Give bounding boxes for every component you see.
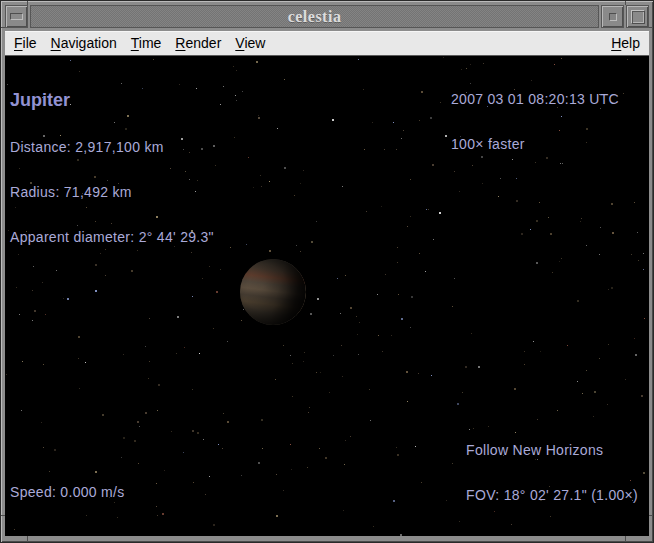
menu-render-label: R <box>175 35 185 51</box>
hud-selection-info: Jupiter Distance: 2,917,100 km Radius: 7… <box>10 60 214 275</box>
planet-jupiter[interactable] <box>240 259 306 325</box>
menu-render-label-rest: ender <box>185 35 221 51</box>
selection-distance: Distance: 2,917,100 km <box>10 140 214 155</box>
menu-help-label: H <box>611 35 621 51</box>
menu-view[interactable]: View <box>228 33 272 54</box>
selection-name: Jupiter <box>10 90 214 110</box>
follow-mode: Follow New Horizons <box>466 443 638 458</box>
hud-time-info: 2007 03 01 08:20:13 UTC 100× faster <box>451 62 619 182</box>
iconify-button[interactable] <box>5 5 28 28</box>
space-view[interactable]: Jupiter Distance: 2,917,100 km Radius: 7… <box>5 56 649 536</box>
menu-time-label-rest: ime <box>139 35 162 51</box>
frame-notch <box>1 27 5 28</box>
menu-time-label: T <box>131 35 139 51</box>
hud-speed: Speed: 0.000 m/s <box>10 455 125 530</box>
frame-notch <box>1 515 5 516</box>
menu-navigation[interactable]: Navigation <box>44 33 124 54</box>
selection-radius: Radius: 71,492 km <box>10 185 214 200</box>
frame-notch <box>27 1 28 5</box>
menu-file-label: F <box>14 35 23 51</box>
menu-navigation-label: N <box>51 35 61 51</box>
planet-shading <box>240 259 306 325</box>
celestia-window: celestia File Navigation Time Render Vie… <box>0 0 654 543</box>
frame-notch <box>625 536 626 542</box>
time-rate: 100× faster <box>451 137 619 152</box>
titlebar-row: celestia <box>5 5 649 28</box>
menu-time[interactable]: Time <box>124 33 169 54</box>
menu-file[interactable]: File <box>7 33 44 54</box>
maximize-button[interactable] <box>626 5 649 28</box>
frame-notch <box>649 27 653 28</box>
frame-notch <box>625 1 626 5</box>
iconify-icon <box>10 13 23 20</box>
fov-value: FOV: 18° 02' 27.1" (1.00×) <box>466 488 638 503</box>
menu-navigation-label-rest: avigation <box>61 35 117 51</box>
maximize-icon <box>631 10 645 24</box>
menubar: File Navigation Time Render View Help <box>5 31 649 56</box>
menu-file-label-rest: ile <box>23 35 37 51</box>
window-title: celestia <box>288 9 342 25</box>
menu-help[interactable]: Help <box>604 33 647 54</box>
menu-help-label-rest: elp <box>621 35 640 51</box>
hud-frame-info: Follow New Horizons FOV: 18° 02' 27.1" (… <box>466 413 638 533</box>
restore-icon <box>609 13 617 21</box>
selection-apparent-diameter: Apparent diameter: 2° 44' 29.3" <box>10 230 214 245</box>
menu-render[interactable]: Render <box>168 33 228 54</box>
frame-notch <box>27 536 28 542</box>
current-datetime: 2007 03 01 08:20:13 UTC <box>451 92 619 107</box>
speed-value: Speed: 0.000 m/s <box>10 485 125 500</box>
menu-view-label-rest: iew <box>244 35 265 51</box>
titlebar[interactable]: celestia <box>30 5 599 28</box>
frame-notch <box>649 515 653 516</box>
restore-button[interactable] <box>601 5 624 28</box>
